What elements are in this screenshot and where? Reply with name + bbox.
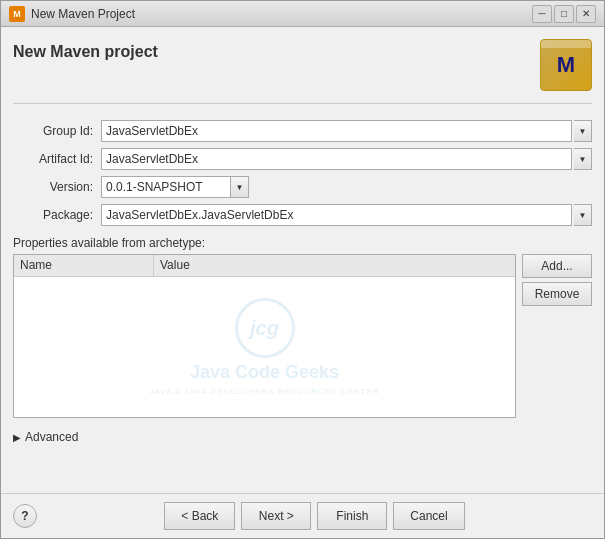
version-label: Version: [13, 180, 93, 194]
version-row: Version: ▼ [13, 176, 592, 198]
artifact-id-row: Artifact Id: ▼ [13, 148, 592, 170]
finish-button[interactable]: Finish [317, 502, 387, 530]
properties-section: Name Value jcg Java Code Geeks JAVA & JA… [13, 254, 592, 418]
artifact-id-input-wrapper: ▼ [101, 148, 592, 170]
bottom-bar: ? < Back Next > Finish Cancel [1, 493, 604, 538]
next-button[interactable]: Next > [241, 502, 311, 530]
main-content: New Maven project M Group Id: ▼ Artifact… [1, 27, 604, 493]
title-bar: M New Maven Project ─ □ ✕ [1, 1, 604, 27]
table-body[interactable]: jcg Java Code Geeks JAVA & JAVA DEVELOPE… [14, 277, 515, 417]
title-bar-controls: ─ □ ✕ [532, 5, 596, 23]
properties-table: Name Value jcg Java Code Geeks JAVA & JA… [13, 254, 516, 418]
package-dropdown[interactable]: ▼ [574, 204, 592, 226]
version-input-wrapper: ▼ [101, 176, 249, 198]
maven-icon-label: M [557, 52, 575, 78]
cancel-button[interactable]: Cancel [393, 502, 464, 530]
maven-icon: M [540, 39, 592, 91]
minimize-button[interactable]: ─ [532, 5, 552, 23]
advanced-triangle-icon: ▶ [13, 432, 21, 443]
group-id-row: Group Id: ▼ [13, 120, 592, 142]
back-button[interactable]: < Back [164, 502, 235, 530]
col-name-header: Name [14, 255, 154, 276]
header-section: New Maven project M [13, 39, 592, 104]
window-icon: M [9, 6, 25, 22]
main-window: M New Maven Project ─ □ ✕ New Maven proj… [0, 0, 605, 539]
version-input[interactable] [101, 176, 231, 198]
package-input[interactable] [101, 204, 572, 226]
version-dropdown[interactable]: ▼ [231, 176, 249, 198]
group-id-input[interactable] [101, 120, 572, 142]
watermark-main-text: Java Code Geeks [190, 362, 339, 383]
group-id-dropdown[interactable]: ▼ [574, 120, 592, 142]
group-id-input-wrapper: ▼ [101, 120, 592, 142]
col-value-header: Value [154, 255, 515, 276]
maximize-button[interactable]: □ [554, 5, 574, 23]
window-title: New Maven Project [31, 7, 135, 21]
watermark-logo-text: jcg [250, 317, 279, 340]
title-bar-left: M New Maven Project [9, 6, 135, 22]
spacer [13, 448, 592, 481]
close-button[interactable]: ✕ [576, 5, 596, 23]
add-button[interactable]: Add... [522, 254, 592, 278]
form-section: Group Id: ▼ Artifact Id: ▼ Version: [13, 120, 592, 226]
remove-button[interactable]: Remove [522, 282, 592, 306]
artifact-id-input[interactable] [101, 148, 572, 170]
artifact-id-dropdown[interactable]: ▼ [574, 148, 592, 170]
properties-buttons: Add... Remove [522, 254, 592, 418]
page-title: New Maven project [13, 39, 158, 61]
table-header: Name Value [14, 255, 515, 277]
watermark-sub-text: JAVA & JAVA DEVELOPERS RESOURCES CENTER [149, 387, 379, 396]
watermark: jcg Java Code Geeks JAVA & JAVA DEVELOPE… [149, 298, 379, 396]
group-id-label: Group Id: [13, 124, 93, 138]
advanced-label: Advanced [25, 430, 78, 444]
watermark-logo: jcg [234, 298, 294, 358]
package-label: Package: [13, 208, 93, 222]
properties-label: Properties available from archetype: [13, 236, 592, 250]
artifact-id-label: Artifact Id: [13, 152, 93, 166]
package-row: Package: ▼ [13, 204, 592, 226]
advanced-section[interactable]: ▶ Advanced [13, 426, 592, 448]
help-button[interactable]: ? [13, 504, 37, 528]
package-input-wrapper: ▼ [101, 204, 592, 226]
nav-buttons: < Back Next > Finish Cancel [164, 502, 464, 530]
